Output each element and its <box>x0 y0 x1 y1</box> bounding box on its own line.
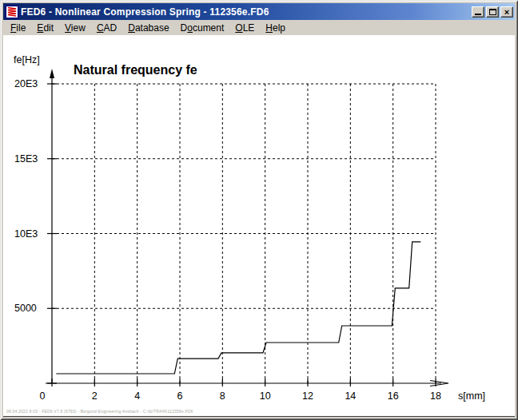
y-tick-label: 15E3 <box>14 153 38 164</box>
maximize-icon <box>489 9 496 15</box>
menu-item-cad[interactable]: CAD <box>91 21 122 35</box>
x-tick-label: 0 <box>40 390 46 402</box>
minimize-button[interactable] <box>472 6 484 18</box>
minimize-icon <box>475 14 481 15</box>
y-tick-label: 20E3 <box>14 78 38 89</box>
y-tick-label: 5000 <box>14 303 37 314</box>
menu-item-help[interactable]: Help <box>260 21 291 35</box>
title-bar: FED6 - Nonlinear Compression Spring - 11… <box>3 3 515 20</box>
menu-item-database[interactable]: Database <box>122 21 174 35</box>
x-tick-label: 18 <box>430 390 441 402</box>
menu-item-document[interactable]: Document <box>175 21 230 35</box>
chart-title: Natural frequency fe <box>74 63 197 77</box>
menu-item-file[interactable]: File <box>5 21 31 35</box>
maximize-button[interactable] <box>486 6 499 18</box>
chart-area: 500010E315E320E3024681012141618fe[Hz]s[m… <box>3 35 515 417</box>
menu-item-edit[interactable]: Edit <box>31 21 59 35</box>
menu-bar: FileEditViewCADDatabaseDocumentOLEHelp <box>3 20 515 35</box>
app-window: FED6 - Nonlinear Compression Spring - 11… <box>0 0 518 420</box>
chart-svg: 500010E315E320E3024681012141618fe[Hz]s[m… <box>3 35 515 417</box>
spring-icon <box>6 6 18 18</box>
y-tick-label: 10E3 <box>14 228 38 240</box>
x-tick-label: 14 <box>345 390 356 402</box>
x-tick-label: 16 <box>388 390 399 402</box>
x-axis-label: s[mm] <box>458 390 485 402</box>
window-title: FED6 - Nonlinear Compression Spring - 11… <box>21 6 470 18</box>
x-tick-label: 10 <box>260 390 271 402</box>
menu-item-view[interactable]: View <box>59 21 91 35</box>
x-tick-label: 12 <box>302 390 313 402</box>
menu-item-ole[interactable]: OLE <box>229 21 260 35</box>
close-icon: × <box>504 8 509 16</box>
y-axis-label: fe[Hz] <box>14 54 40 65</box>
x-tick-label: 6 <box>177 390 183 402</box>
x-tick-label: 4 <box>134 390 140 402</box>
status-bar: 08.04.2022 8:03 - FED6 V7.8 (6793) - Ber… <box>6 409 193 414</box>
x-tick-label: 2 <box>92 390 98 402</box>
close-button[interactable]: × <box>500 6 513 18</box>
y-axis-arrow <box>50 69 54 78</box>
curve-fe <box>56 242 420 374</box>
window-controls: × <box>470 6 513 18</box>
x-tick-label: 8 <box>220 390 225 402</box>
